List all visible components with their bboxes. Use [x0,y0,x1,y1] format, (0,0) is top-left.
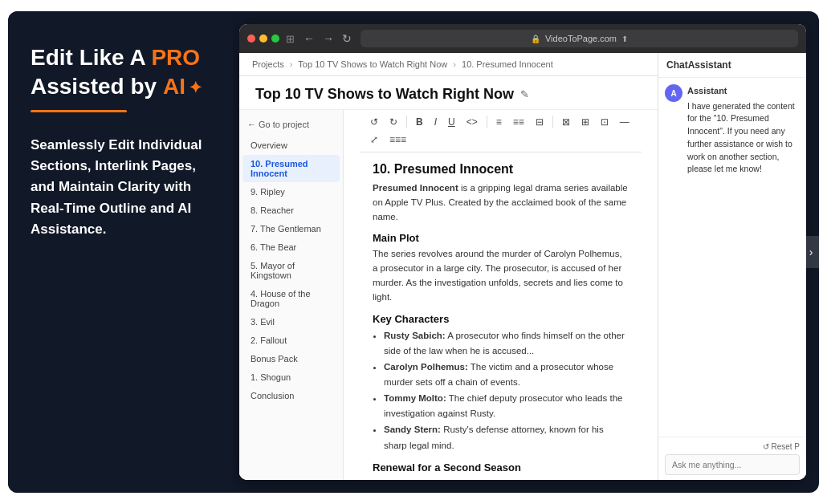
toolbar-code[interactable]: <> [462,115,482,129]
page-title: Top 10 TV Shows to Watch Right Now [255,86,514,103]
headline-white1: Edit Like A [31,45,151,70]
list-item: Carolyn Polhemus: The victim and a prose… [384,360,629,391]
list-item: Sandy Stern: Rusty's defense attorney, k… [384,422,629,453]
editor-area: Projects › Top 10 TV Shows to Watch Righ… [239,53,658,480]
edit-icon[interactable]: ✎ [520,88,529,100]
grid-icon: ⊞ [286,33,295,45]
main-plot-text: The series revolves around the murder of… [373,247,629,304]
sidebar-item-bear[interactable]: 6. The Bear [242,238,340,256]
message-bubble: Assistant I have generated the content f… [687,84,800,176]
breadcrumb-current: 10. Presumed Innocent [462,59,553,69]
headline-mid2: by [131,74,163,99]
traffic-light-red[interactable] [247,35,255,43]
chat-header: ChatAssistant [658,53,806,78]
toolbar-image[interactable]: ⊞ [577,115,593,129]
sidebar-item-shogun[interactable]: 1. Shogun [242,368,340,386]
headline-ai: AI✦ [163,72,202,101]
page-title-bar: Top 10 TV Shows to Watch Right Now ✎ [239,76,658,110]
toolbar-redo[interactable]: ↻ [385,115,401,129]
toolbar-undo[interactable]: ↺ [366,115,382,129]
doc-content: ↺ ↻ B I U <> ≡ ≡≡ [344,110,658,480]
content-area: 10. Presumed Innocent Presumed Innocent … [360,152,642,480]
content-main-heading: 10. Presumed Innocent [373,162,629,177]
intro-bold: Presumed Innocent [373,183,458,193]
sidebar-item-reacher[interactable]: 8. Reacher [242,201,340,219]
toolbar-fullscreen[interactable]: ⤢ [366,132,382,147]
toolbar-indent[interactable]: ⊟ [532,115,548,129]
toolbar-bold[interactable]: B [412,115,427,129]
list-item: Tommy Molto: The chief deputy prosecutor… [384,391,629,422]
browser-body: Projects › Top 10 TV Shows to Watch Righ… [239,53,806,480]
share-icon: ⬆ [621,35,628,43]
toolbar-table[interactable]: ⊡ [597,115,613,129]
nav-forward[interactable]: → [320,30,336,47]
doc-sidebar: ← Go to project Overview 10. Presumed In… [239,110,344,480]
chat-panel: ChatAssistant A Assistant I have generat… [658,53,806,480]
sidebar-item-mayor[interactable]: 5. Mayor of Kingstown [242,257,340,284]
sender-label: Assistant [687,84,800,98]
toolbar-sep3 [552,116,553,128]
main-plot-heading: Main Plot [373,232,629,244]
sidebar-item-fallout[interactable]: 2. Fallout [242,331,340,349]
browser-chrome: ⊞ ← → ↻ 🔒 VideoToPage.com ⬆ [239,24,806,53]
breadcrumb: Projects › Top 10 TV Shows to Watch Righ… [239,53,658,76]
nav-refresh[interactable]: ↻ [340,30,354,47]
browser-nav: ← → ↻ [301,30,354,47]
breadcrumb-list[interactable]: Top 10 TV Shows to Watch Right Now [298,59,447,69]
toolbar-hr[interactable]: — [616,115,633,129]
chat-footer: ↺ Reset P [658,437,806,480]
traffic-lights [247,35,279,43]
toolbar-ul[interactable]: ≡ [492,115,506,129]
underline-bar [31,110,127,112]
subtitle-text: Seamlessly Edit Individual Sections, Int… [31,135,210,241]
breadcrumb-projects[interactable]: Projects [252,59,284,69]
renewal-heading: Renewal for a Second Season [373,461,629,474]
toolbar: ↺ ↻ B I U <> ≡ ≡≡ [360,110,642,152]
back-to-project[interactable]: ← Go to project [239,116,343,136]
sidebar-item-ripley[interactable]: 9. Ripley [242,183,340,201]
key-characters-heading: Key Characters [373,313,629,325]
toolbar-italic[interactable]: I [430,115,441,129]
editor-columns: ← Go to project Overview 10. Presumed In… [239,110,658,480]
address-text: VideoToPage.com [545,34,617,43]
avatar: A [665,84,682,102]
traffic-light-green[interactable] [271,35,279,43]
sidebar-item-gentleman[interactable]: 7. The Gentleman [242,220,340,238]
outer-container: Edit Like A PRO Assisted by AI✦ Seamless… [0,0,827,504]
renewal-text: The show's popularity and critical accla… [373,477,629,480]
right-arrow[interactable]: › [803,236,819,268]
headline-white2: Assisted [31,74,131,99]
toolbar-sep1 [406,116,407,128]
sidebar-item-bonus[interactable]: Bonus Pack [242,350,340,368]
sidebar-item-dragon[interactable]: 4. House of the Dragon [242,285,340,312]
sidebar-item-overview[interactable]: Overview [242,136,340,154]
sidebar-item-conclusion[interactable]: Conclusion [242,387,340,404]
toolbar-more[interactable]: ≡≡≡ [385,132,410,147]
main-card: Edit Like A PRO Assisted by AI✦ Seamless… [8,11,819,493]
list-item: Rusty Sabich: A prosecutor who finds him… [384,328,629,360]
browser-window: ⊞ ← → ↻ 🔒 VideoToPage.com ⬆ [239,24,806,480]
toolbar-underline[interactable]: U [444,115,459,129]
toolbar-sep2 [487,116,487,128]
toolbar-ol[interactable]: ≡≡ [509,115,528,129]
characters-list: Rusty Sabich: A prosecutor who finds him… [384,328,629,453]
ai-text: AI [163,72,185,101]
left-panel: Edit Like A PRO Assisted by AI✦ Seamless… [8,11,233,493]
headline: Edit Like A PRO Assisted by AI✦ [31,43,210,102]
message-text: I have generated the content for the "10… [687,100,800,177]
chat-input[interactable] [665,454,800,475]
headline-orange1: PRO [151,45,200,70]
toolbar-link[interactable]: ⊠ [558,115,574,129]
traffic-light-yellow[interactable] [259,35,267,43]
reset-button[interactable]: ↺ Reset P [763,442,800,451]
address-bar[interactable]: 🔒 VideoToPage.com ⬆ [361,30,798,47]
lock-icon: 🔒 [531,35,540,43]
sparkle-icon: ✦ [189,77,202,98]
sidebar-item-presumed-innocent[interactable]: 10. Presumed Innocent [242,155,340,182]
nav-back[interactable]: ← [301,30,317,47]
sidebar-item-evil[interactable]: 3. Evil [242,313,340,331]
chat-message: A Assistant I have generated the content… [665,84,800,176]
right-panel: ⊞ ← → ↻ 🔒 VideoToPage.com ⬆ [233,11,819,493]
chat-messages: A Assistant I have generated the content… [658,78,806,437]
content-intro: Presumed Innocent is a gripping legal dr… [373,181,629,224]
